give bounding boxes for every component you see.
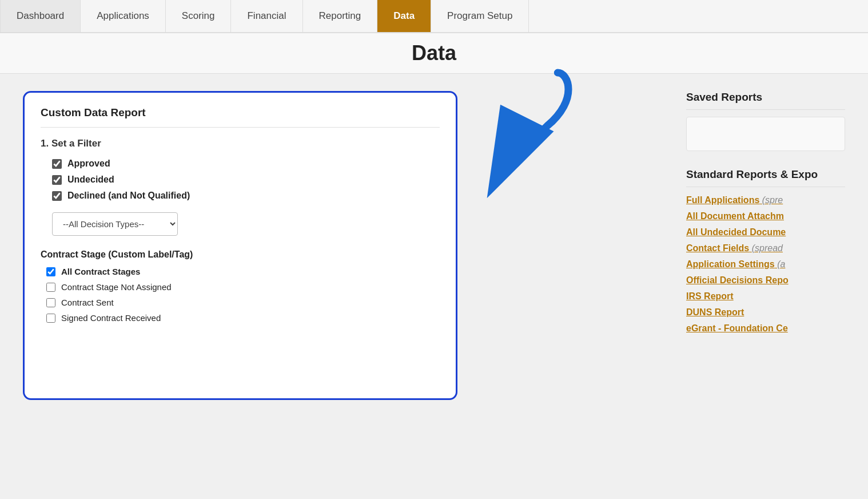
checkbox-contract-sent[interactable]: Contract Sent bbox=[46, 298, 440, 307]
saved-reports-box bbox=[686, 117, 845, 151]
checkbox-contract-sent-input[interactable] bbox=[46, 298, 55, 307]
saved-reports-section: Saved Reports bbox=[686, 91, 845, 151]
link-contact-fields[interactable]: Contact Fields (spread bbox=[686, 243, 845, 254]
checkbox-all-stages-label: All Contract Stages bbox=[61, 267, 140, 276]
filter-label: 1. Set a Filter bbox=[41, 138, 440, 149]
link-official-decisions[interactable]: Official Decisions Repo bbox=[686, 275, 845, 286]
nav-tab-financial[interactable]: Financial bbox=[231, 0, 302, 32]
link-full-applications[interactable]: Full Applications (spre bbox=[686, 195, 845, 205]
link-all-undecided-doc[interactable]: All Undecided Docume bbox=[686, 227, 845, 237]
nav-tab-program-setup[interactable]: Program Setup bbox=[431, 0, 529, 32]
checkbox-declined[interactable]: Declined (and Not Qualified) bbox=[52, 191, 440, 201]
standard-reports-section: Standard Reports & Expo Full Application… bbox=[686, 168, 845, 334]
checkbox-approved[interactable]: Approved bbox=[52, 159, 440, 169]
checkbox-not-assigned-input[interactable] bbox=[46, 283, 55, 292]
checkbox-undecided-label: Undecided bbox=[67, 175, 114, 185]
filter-checkboxes: Approved Undecided Declined (and Not Qua… bbox=[41, 159, 440, 201]
right-panel: Saved Reports Standard Reports & Expo Fu… bbox=[663, 91, 845, 400]
checkbox-all-stages[interactable]: All Contract Stages bbox=[46, 267, 440, 276]
blue-arrow-icon bbox=[440, 57, 600, 217]
checkbox-all-stages-input[interactable] bbox=[46, 267, 55, 276]
checkbox-declined-input[interactable] bbox=[52, 191, 62, 201]
page-title: Data bbox=[0, 41, 868, 65]
standard-reports-heading: Standard Reports & Expo bbox=[686, 168, 845, 187]
custom-data-report-card: Custom Data Report 1. Set a Filter Appro… bbox=[23, 91, 457, 400]
decision-types-select[interactable]: --All Decision Types-- Approved Declined… bbox=[52, 212, 178, 236]
arrow-area bbox=[457, 91, 663, 400]
main-content: Custom Data Report 1. Set a Filter Appro… bbox=[0, 74, 868, 417]
checkbox-undecided-input[interactable] bbox=[52, 175, 62, 185]
nav-tab-applications[interactable]: Applications bbox=[81, 0, 166, 32]
contract-stage-title: Contract Stage (Custom Label/Tag) bbox=[41, 250, 440, 260]
nav-tab-dashboard[interactable]: Dashboard bbox=[0, 0, 81, 32]
checkbox-undecided[interactable]: Undecided bbox=[52, 175, 440, 185]
link-all-doc-attachments[interactable]: All Document Attachm bbox=[686, 211, 845, 221]
checkbox-signed-received-label: Signed Contract Received bbox=[61, 313, 161, 323]
link-duns-report[interactable]: DUNS Report bbox=[686, 307, 845, 318]
left-panel: Custom Data Report 1. Set a Filter Appro… bbox=[23, 91, 457, 400]
nav-tab-data[interactable]: Data bbox=[377, 0, 431, 32]
link-irs-report[interactable]: IRS Report bbox=[686, 291, 845, 302]
checkbox-declined-label: Declined (and Not Qualified) bbox=[67, 191, 190, 201]
nav-tab-reporting[interactable]: Reporting bbox=[303, 0, 378, 32]
card-title: Custom Data Report bbox=[41, 106, 440, 128]
saved-reports-heading: Saved Reports bbox=[686, 91, 845, 110]
checkbox-contract-sent-label: Contract Sent bbox=[61, 298, 114, 307]
checkbox-not-assigned[interactable]: Contract Stage Not Assigned bbox=[46, 282, 440, 292]
nav-tab-scoring[interactable]: Scoring bbox=[166, 0, 232, 32]
checkbox-approved-label: Approved bbox=[67, 159, 110, 169]
contract-stage-section: Contract Stage (Custom Label/Tag) All Co… bbox=[41, 250, 440, 323]
checkbox-signed-received-input[interactable] bbox=[46, 314, 55, 323]
checkbox-signed-received[interactable]: Signed Contract Received bbox=[46, 313, 440, 323]
link-egrant[interactable]: eGrant - Foundation Ce bbox=[686, 323, 845, 334]
checkbox-approved-input[interactable] bbox=[52, 159, 62, 169]
main-navigation: Dashboard Applications Scoring Financial… bbox=[0, 0, 868, 33]
page-title-area: Data bbox=[0, 33, 868, 74]
contract-checkboxes: All Contract Stages Contract Stage Not A… bbox=[41, 267, 440, 323]
checkbox-not-assigned-label: Contract Stage Not Assigned bbox=[61, 282, 172, 292]
link-app-settings[interactable]: Application Settings (a bbox=[686, 259, 845, 270]
decision-types-dropdown-wrapper: --All Decision Types-- Approved Declined… bbox=[52, 212, 440, 236]
